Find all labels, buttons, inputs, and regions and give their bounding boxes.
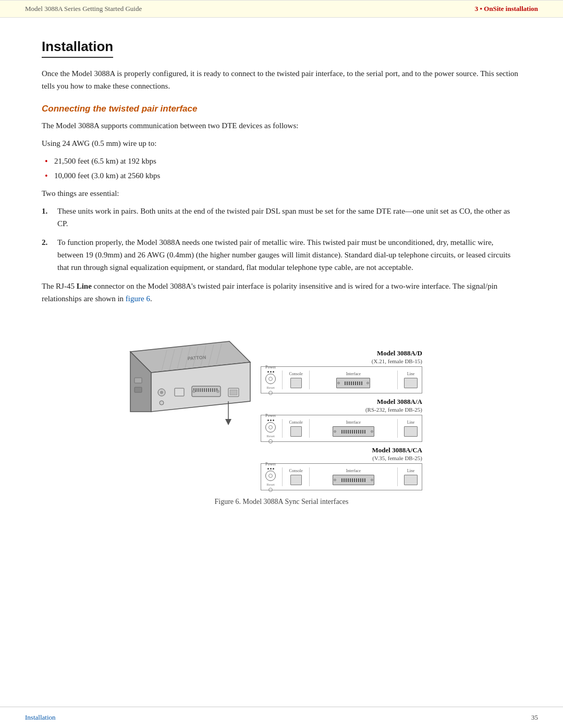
model-a-diagram: Power Reset bbox=[261, 415, 422, 442]
wire-intro: Using 24 AWG (0.5 mm) wire up to: bbox=[42, 137, 521, 150]
panel-item-ca: Model 3088A/CA (V.35, female DB-25) Powe… bbox=[261, 446, 422, 490]
figure-inner: PATTON bbox=[99, 320, 464, 490]
model-ca-diagram: Power Reset bbox=[261, 463, 422, 490]
list-item: 10,000 feet (3.0 km) at 2560 kbps bbox=[42, 169, 521, 182]
device-svg: PATTON bbox=[99, 320, 266, 472]
svg-point-15 bbox=[160, 391, 163, 394]
svg-rect-34 bbox=[230, 390, 237, 395]
power-section: Power Reset bbox=[265, 365, 276, 395]
device-sketch-container: PATTON bbox=[99, 320, 276, 474]
svg-rect-29 bbox=[214, 388, 215, 392]
svg-rect-22 bbox=[200, 388, 201, 392]
section-body-1: The Model 3088A supports communication b… bbox=[42, 119, 521, 132]
footer-left: Installation bbox=[25, 713, 56, 722]
panel-item-d: Model 3088A/D (X.21, female DB-15) Power bbox=[261, 349, 422, 393]
rj45-period: . bbox=[150, 294, 152, 303]
figure-caption: Figure 6. Model 3088A Sync Serial interf… bbox=[214, 498, 348, 506]
main-content: Installation Once the Model 3088A is pro… bbox=[0, 18, 563, 548]
svg-rect-13 bbox=[134, 387, 142, 392]
power-port bbox=[265, 374, 276, 384]
intro-paragraph: Once the Model 3088A is properly configu… bbox=[42, 67, 521, 92]
bullet-list: 21,500 feet (6.5 km) at 192 kbps 10,000 … bbox=[42, 155, 521, 182]
model-a-label: Model 3088A/A bbox=[377, 398, 422, 406]
svg-rect-28 bbox=[212, 388, 213, 392]
svg-rect-12 bbox=[134, 378, 142, 383]
console-section-ca: Console bbox=[289, 468, 302, 485]
model-d-label: Model 3088A/D bbox=[377, 349, 422, 357]
model-d-diagram: Power Reset bbox=[261, 366, 422, 393]
rj45-paragraph: The RJ-45 Line connector on the Model 30… bbox=[42, 280, 521, 305]
footer-right: 35 bbox=[531, 713, 538, 722]
model-ca-label: Model 3088A/CA bbox=[372, 446, 422, 454]
line-section-d: Line bbox=[404, 372, 418, 388]
page-title: Installation bbox=[42, 39, 113, 58]
rj45-bold: Line bbox=[77, 282, 92, 290]
svg-rect-17 bbox=[175, 388, 184, 396]
svg-rect-25 bbox=[206, 388, 207, 392]
svg-point-32 bbox=[217, 390, 219, 393]
interface-section-d: Interface bbox=[316, 372, 391, 388]
panel-diagrams: Model 3088A/D (X.21, female DB-15) Power bbox=[261, 349, 422, 490]
list-item: 21,500 feet (6.5 km) at 192 kbps bbox=[42, 155, 521, 167]
list-item: These units work in pairs. Both units at… bbox=[42, 205, 521, 230]
line-section-a: Line bbox=[404, 420, 418, 437]
interface-section-a: Interface bbox=[316, 420, 391, 437]
rj45-text-before: The RJ-45 bbox=[42, 282, 77, 290]
panel-item-a: Model 3088A/A (RS-232, female DB-25) Pow… bbox=[261, 398, 422, 442]
svg-point-31 bbox=[193, 390, 195, 393]
power-section-a: Power Reset bbox=[265, 413, 276, 443]
svg-rect-24 bbox=[204, 388, 205, 392]
numbered-list: These units work in pairs. Both units at… bbox=[42, 205, 521, 274]
svg-rect-26 bbox=[208, 388, 209, 392]
svg-point-16 bbox=[160, 401, 164, 405]
header-right: 3 • OnSite installation bbox=[475, 5, 538, 13]
svg-rect-27 bbox=[210, 388, 211, 392]
svg-rect-21 bbox=[198, 388, 199, 392]
svg-rect-23 bbox=[202, 388, 203, 392]
interface-section-ca: Interface bbox=[316, 468, 391, 485]
power-section-ca: Power Reset bbox=[265, 462, 276, 492]
figure-area: PATTON bbox=[42, 320, 521, 506]
model-d-sub: (X.21, female DB-15) bbox=[372, 358, 422, 364]
section-heading: Connecting the twisted pair interface bbox=[42, 104, 521, 114]
header-bar: Model 3088A Series Getting Started Guide… bbox=[0, 0, 563, 18]
model-ca-sub: (V.35, female DB-25) bbox=[372, 455, 422, 461]
list-item: To function properly, the Model 3088A ne… bbox=[42, 236, 521, 274]
footer: Installation 35 bbox=[0, 707, 563, 728]
header-left: Model 3088A Series Getting Started Guide bbox=[25, 5, 142, 13]
console-section-a: Console bbox=[289, 420, 302, 437]
console-section: Console bbox=[289, 372, 302, 388]
svg-rect-20 bbox=[195, 388, 197, 392]
line-section-ca: Line bbox=[404, 468, 418, 485]
rj45-text-after: connector on the Model 3088A's twisted p… bbox=[42, 282, 497, 303]
model-a-sub: (RS-232, female DB-25) bbox=[365, 406, 422, 413]
figure6-link[interactable]: figure 6 bbox=[126, 294, 150, 303]
two-things-text: Two things are essential: bbox=[42, 187, 521, 200]
